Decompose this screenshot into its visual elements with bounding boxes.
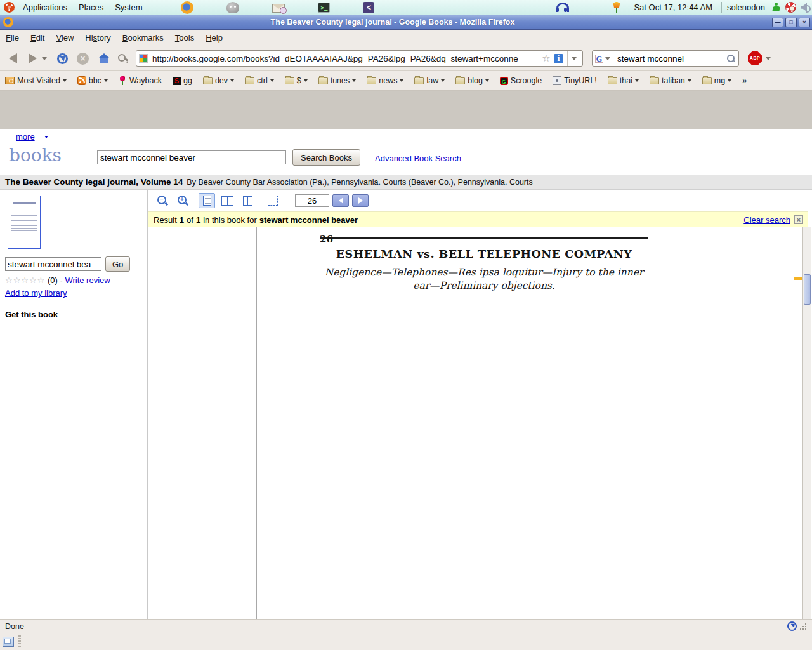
menu-tools[interactable]: Tools (169, 33, 200, 43)
bookmark-star-icon[interactable] (541, 53, 551, 63)
bookmark-item[interactable]: $ (285, 76, 308, 85)
home-button[interactable] (98, 53, 110, 64)
identity-icon[interactable] (554, 54, 563, 63)
write-review-link[interactable]: Write review (65, 275, 110, 285)
keys-icon[interactable] (118, 53, 128, 63)
panel-menu-system[interactable]: System (109, 3, 148, 12)
add-to-my-library-link[interactable]: Add to my library (5, 288, 67, 298)
menu-history[interactable]: History (79, 33, 116, 43)
user-switch-icon[interactable] (772, 3, 781, 13)
search-box[interactable] (592, 50, 739, 67)
menu-file[interactable]: File (0, 33, 25, 43)
volume-icon[interactable] (801, 3, 812, 12)
bookmark-tinyurl[interactable]: TinyURL! (553, 76, 597, 85)
bookmark-blog[interactable]: blog (455, 76, 489, 85)
headphones-icon[interactable] (555, 3, 568, 13)
star-rating-icons[interactable]: ☆☆☆☆☆ (5, 275, 45, 285)
two-page-view-button[interactable] (219, 193, 235, 208)
bookmarks-overflow-chevron[interactable]: » (742, 76, 747, 85)
firefox-icon[interactable] (181, 1, 193, 14)
sidebar-search-input[interactable] (5, 257, 102, 271)
single-page-view-button[interactable] (199, 193, 215, 208)
search-books-button[interactable]: Search Books (292, 149, 360, 166)
scrollbar-thumb[interactable] (804, 274, 811, 305)
more-link[interactable]: more (16, 132, 35, 142)
close-button[interactable]: × (799, 18, 810, 27)
panel-menu-places[interactable]: Places (73, 3, 109, 12)
clear-search-link[interactable]: Clear search (743, 215, 790, 225)
back-button[interactable] (9, 53, 17, 63)
forward-button[interactable] (29, 53, 37, 63)
evolution-icon[interactable] (272, 4, 285, 13)
thumbnail-view-button[interactable] (239, 193, 256, 208)
book-cover-thumbnail[interactable] (8, 196, 41, 249)
dropdown-arrow-icon (270, 79, 274, 82)
clock[interactable]: Sat Oct 17, 12:44 AM (627, 3, 719, 12)
previous-page-button[interactable] (332, 194, 349, 207)
bookmark-taliban[interactable]: taliban (650, 76, 691, 85)
bookmark-news[interactable]: news (367, 76, 403, 85)
distro-logo-icon[interactable] (4, 2, 15, 13)
bookmark-gg[interactable]: gg (173, 76, 192, 85)
advanced-book-search-link[interactable]: Advanced Book Search (375, 154, 461, 163)
bookmark-label: Wayback (129, 76, 162, 85)
bookmark-wayback[interactable]: Wayback (119, 76, 162, 85)
show-desktop-icon[interactable] (3, 637, 14, 647)
resize-grip[interactable] (799, 623, 807, 630)
viewer-scrollbar[interactable] (802, 227, 811, 619)
url-bar[interactable] (136, 50, 583, 67)
refresh-button[interactable] (57, 53, 68, 64)
gimp-icon[interactable] (226, 2, 239, 13)
bookmark-thai[interactable]: thai (608, 76, 639, 85)
close-result-bar-icon[interactable]: × (794, 215, 803, 224)
bookmark-bbc[interactable]: bbc (77, 76, 108, 85)
next-page-button[interactable] (352, 194, 369, 207)
url-input[interactable] (151, 53, 538, 64)
dropdown-arrow-icon (485, 79, 489, 82)
sync-status-icon[interactable] (787, 621, 797, 631)
minimize-button[interactable]: — (772, 18, 783, 27)
menu-edit[interactable]: Edit (25, 33, 50, 43)
stop-button[interactable] (77, 53, 89, 65)
url-dropdown-button[interactable] (567, 51, 580, 66)
user-name[interactable]: solenodon (724, 3, 768, 12)
tulip-icon[interactable] (612, 2, 621, 13)
terminal-icon[interactable] (318, 3, 330, 13)
books-logo-suffix: books (9, 145, 62, 166)
bookmark-most-visited[interactable]: Most Visited (5, 76, 67, 85)
window-titlebar[interactable]: The Beaver County legal journal - Google… (0, 15, 812, 30)
zoom-in-icon[interactable]: + (177, 195, 188, 206)
menu-bookmarks[interactable]: Bookmarks (117, 33, 169, 43)
bookmark-ctrl[interactable]: ctrl (245, 76, 274, 85)
adblock-icon[interactable] (748, 51, 762, 65)
lifesaver-icon[interactable] (785, 2, 796, 13)
bookmark-mg[interactable]: mg (702, 76, 731, 85)
panel-menu-applications[interactable]: Applications (17, 3, 73, 12)
taskbar-handle[interactable] (18, 635, 21, 648)
bookmark-dev[interactable]: dev (203, 76, 234, 85)
dropdown-arrow-icon (441, 79, 445, 82)
menu-help[interactable]: Help (200, 33, 228, 43)
maximize-button[interactable]: □ (785, 18, 797, 27)
status-bar: Done (0, 619, 812, 633)
bookmark-scroogle[interactable]: Scroogle (500, 76, 542, 85)
bookmark-law[interactable]: law (414, 76, 445, 85)
folder-icon (702, 77, 712, 84)
history-dropdown-icon[interactable] (42, 57, 47, 60)
search-engine-input[interactable] (616, 53, 724, 64)
search-go-icon[interactable] (726, 54, 735, 63)
zoom-out-icon[interactable]: − (157, 195, 168, 206)
dropdown-arrow-icon (304, 79, 308, 82)
books-search-input[interactable] (97, 150, 286, 164)
search-engine-button[interactable] (593, 51, 613, 66)
dropdown-arrow-icon (688, 79, 691, 82)
more-dropdown-icon[interactable] (44, 136, 48, 138)
page-number-input[interactable] (295, 194, 329, 207)
dropdown-arrow-icon (400, 79, 403, 82)
menu-view[interactable]: View (50, 33, 79, 43)
fullscreen-button[interactable] (265, 193, 281, 208)
adblock-dropdown-icon[interactable] (766, 57, 771, 60)
chat-icon[interactable] (363, 2, 374, 13)
bookmark-tunes[interactable]: tunes (318, 76, 357, 85)
go-button[interactable]: Go (105, 256, 130, 272)
